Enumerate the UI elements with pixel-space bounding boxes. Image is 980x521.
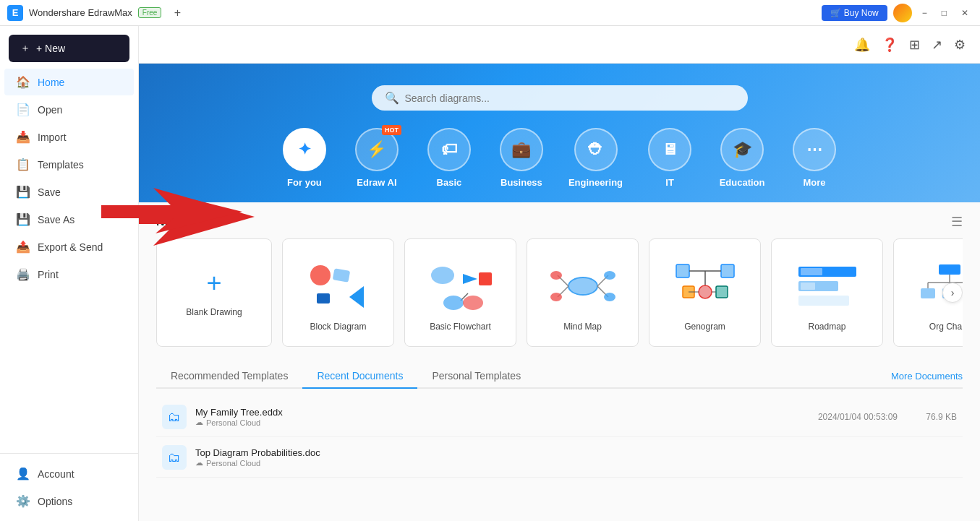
education-icon-wrap: 🎓 <box>720 128 764 171</box>
hot-badge: HOT <box>382 125 401 135</box>
next-button[interactable]: › <box>942 283 963 303</box>
it-icon: 🖥 <box>662 140 678 159</box>
more-icon: ⋯ <box>806 140 822 159</box>
it-icon-wrap: 🖥 <box>648 128 691 171</box>
svg-point-0 <box>310 265 331 285</box>
sidebar-label-home: Home <box>38 77 64 88</box>
open-icon: 📄 <box>16 103 30 116</box>
maximize-button[interactable]: □ <box>937 7 951 20</box>
sidebar-item-print[interactable]: 🖨️ Print <box>4 261 134 288</box>
more-icon-wrap: ⋯ <box>793 128 836 171</box>
sidebar-item-open[interactable]: 📄 Open <box>4 96 134 123</box>
document-row-2[interactable]: 🗂 Top Diagram Probabilities.doc ☁ Person… <box>156 438 963 478</box>
category-engineering[interactable]: ⛑ Engineering <box>568 128 623 188</box>
hero-banner: 🔍 ✦ For you HOT ⚡ <box>139 64 980 202</box>
close-button[interactable]: ✕ <box>957 7 973 20</box>
block-diagram-svg <box>306 261 371 311</box>
settings-list-icon[interactable]: ☰ <box>951 214 963 230</box>
category-it[interactable]: 🖥 IT <box>644 128 695 188</box>
svg-rect-21 <box>721 264 734 277</box>
save-as-icon: 💾 <box>16 212 30 226</box>
settings-icon[interactable]: ⚙ <box>954 37 966 53</box>
search-bar[interactable]: 🔍 <box>372 85 748 111</box>
category-basic[interactable]: 🏷 Basic <box>424 128 474 188</box>
doc-size-family-tree: 76.9 KB <box>906 412 957 422</box>
genogram-card[interactable]: Genogram <box>649 238 761 347</box>
blank-label: Blank Drawing <box>186 307 242 317</box>
titlebar: E Wondershare EdrawMax Free + 🛒 Buy Now … <box>0 0 980 26</box>
blank-drawing-card[interactable]: + Blank Drawing <box>156 238 272 347</box>
svg-point-9 <box>463 296 483 310</box>
category-more[interactable]: ⋯ More <box>789 128 840 188</box>
apps-icon[interactable]: ⊞ <box>909 37 920 53</box>
tab-personal[interactable]: Personal Templates <box>417 364 535 389</box>
topbar: 🔔 ❓ ⊞ ↗ ⚙ <box>139 26 980 64</box>
sidebar-item-account[interactable]: 👤 Account <box>4 460 134 487</box>
sidebar-label-options: Options <box>38 496 72 507</box>
svg-rect-33 <box>801 283 815 290</box>
home-icon: 🏠 <box>16 75 30 89</box>
sidebar-label-open: Open <box>38 104 62 116</box>
new-tab-button[interactable]: + <box>167 3 187 23</box>
sidebar-label-import: Import <box>38 132 67 143</box>
svg-point-25 <box>699 285 712 298</box>
category-edraw-ai[interactable]: HOT ⚡ Edraw AI <box>351 128 402 188</box>
category-for-you[interactable]: ✦ For you <box>279 128 330 188</box>
help-icon[interactable]: ❓ <box>882 37 898 53</box>
save-icon: 💾 <box>16 185 30 199</box>
search-input[interactable] <box>405 92 735 104</box>
doc-date-family-tree: 2024/01/04 00:53:09 <box>818 412 898 422</box>
avatar[interactable] <box>893 4 912 22</box>
blank-plus-icon: + <box>206 268 221 298</box>
block-diagram-card[interactable]: Block Diagram <box>282 238 394 347</box>
export-icon: 📤 <box>16 240 30 254</box>
category-education[interactable]: 🎓 Education <box>717 128 767 188</box>
genogram-svg <box>673 261 738 311</box>
sidebar-item-export[interactable]: 📤 Export & Send <box>4 233 134 260</box>
new-grid: + Blank Drawing Blo <box>156 238 963 347</box>
doc-info-family-tree: My Family Tree.eddx ☁ Personal Cloud <box>195 407 809 427</box>
svg-point-16 <box>550 271 562 280</box>
notification-icon[interactable]: 🔔 <box>854 37 870 53</box>
category-business[interactable]: 💼 Business <box>496 128 547 188</box>
new-section: New ☰ + Blank Drawing <box>139 202 980 356</box>
sidebar-item-templates[interactable]: 📋 Templates <box>4 151 134 178</box>
svg-rect-1 <box>332 268 349 283</box>
business-label: Business <box>500 177 542 188</box>
mind-map-card[interactable]: Mind Map <box>527 238 639 347</box>
roadmap-card[interactable]: Roadmap <box>771 238 883 347</box>
buy-now-button[interactable]: 🛒 Buy Now <box>822 5 887 21</box>
doc-info-diagram: Top Diagram Probabilities.doc ☁ Personal… <box>195 447 889 468</box>
basic-flowchart-svg <box>428 261 493 311</box>
svg-point-8 <box>443 296 464 310</box>
business-icon-wrap: 💼 <box>500 128 543 171</box>
doc-name-family-tree: My Family Tree.eddx <box>195 407 809 418</box>
svg-rect-40 <box>921 288 935 298</box>
sidebar-item-save[interactable]: 💾 Save <box>4 178 134 205</box>
business-icon: 💼 <box>511 140 531 159</box>
basic-flowchart-card[interactable]: Basic Flowchart <box>404 238 516 347</box>
tab-recommended[interactable]: Recommended Templates <box>156 364 302 389</box>
options-icon: ⚙️ <box>16 494 30 508</box>
edraw-ai-icon: ⚡ <box>367 140 386 159</box>
svg-rect-32 <box>801 268 822 275</box>
share-icon[interactable]: ↗ <box>932 37 942 53</box>
minimize-button[interactable]: − <box>918 7 932 20</box>
sidebar-item-save-as[interactable]: 💾 Save As <box>4 206 134 233</box>
free-badge: Free <box>138 7 162 18</box>
import-icon: 📥 <box>16 130 30 144</box>
sidebar-item-home[interactable]: 🏠 Home <box>4 69 134 95</box>
document-row[interactable]: 🗂 My Family Tree.eddx ☁ Personal Cloud 2… <box>156 397 963 437</box>
sidebar-item-import[interactable]: 📥 Import <box>4 124 134 150</box>
tab-recent[interactable]: Recent Documents <box>302 364 417 389</box>
more-documents-link[interactable]: More Documents <box>891 371 963 382</box>
mind-map-img <box>543 254 623 319</box>
new-section-header: New ☰ <box>156 214 963 230</box>
doc-loc-diagram: ☁ Personal Cloud <box>195 458 889 468</box>
plus-icon: ＋ <box>20 42 30 55</box>
app-body: ＋ + New 🏠 Home 📄 Open 📥 Import 📋 Templat… <box>0 26 980 521</box>
new-button[interactable]: ＋ + New <box>9 35 129 62</box>
svg-point-4 <box>431 267 454 284</box>
sidebar-item-options[interactable]: ⚙️ Options <box>4 488 134 514</box>
doc-icon-family-tree: 🗂 <box>162 405 187 429</box>
